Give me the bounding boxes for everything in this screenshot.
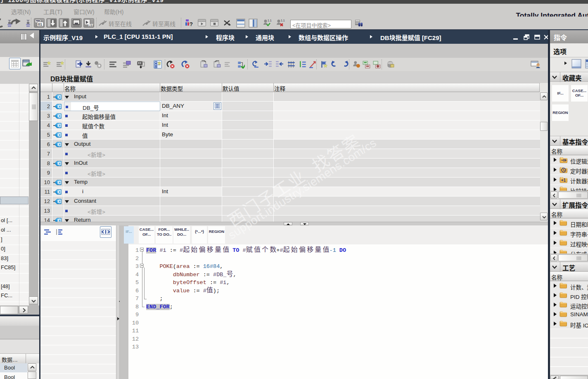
svg-text:1.1: 1.1: [281, 19, 285, 22]
svg-text:RT: RT: [88, 23, 93, 27]
svg-text:1.1: 1.1: [268, 19, 272, 22]
svg-text:01: 01: [38, 22, 42, 26]
svg-text:?: ?: [190, 21, 193, 27]
svg-text:+1: +1: [561, 178, 566, 182]
